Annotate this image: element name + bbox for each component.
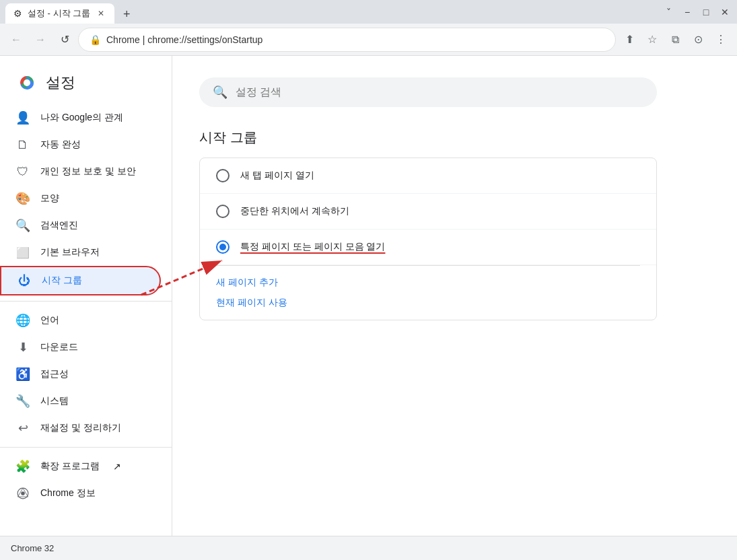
tab-close-button[interactable]: ✕ (96, 8, 106, 19)
close-button[interactable]: ✕ (718, 5, 732, 19)
sidebar-item-label: 나와 Google의 관계 (40, 112, 123, 124)
refresh-icon: ↺ (61, 33, 69, 46)
download-icon: ⬇ (16, 341, 30, 354)
address-security-icon: 🔒 (90, 34, 101, 45)
minimize-button[interactable]: − (680, 5, 694, 19)
sidebar-item-default-browser[interactable]: ⬜ 기본 브라우저 (0, 239, 161, 266)
sidebar: 설정 👤 나와 Google의 관계 🗋 자동 완성 🛡 개인 정보 보호 및 … (0, 56, 172, 560)
main-layout: 설정 👤 나와 Google의 관계 🗋 자동 완성 🛡 개인 정보 보호 및 … (0, 56, 737, 560)
option-row-continue[interactable]: 중단한 위치에서 계속하기 (200, 194, 656, 230)
radio-specific-pages[interactable] (216, 240, 230, 254)
refresh-button[interactable]: ↺ (54, 29, 75, 50)
palette-icon: 🎨 (16, 192, 30, 205)
share-icon: ⬆ (625, 33, 634, 46)
add-page-link[interactable]: 새 페이지 추가 (216, 277, 640, 289)
sidebar-item-reset[interactable]: ↩ 재설정 및 정리하기 (0, 415, 161, 442)
radio-new-tab[interactable] (216, 169, 230, 182)
sidebar-item-system[interactable]: 🔧 시스템 (0, 388, 161, 415)
back-button[interactable]: ← (5, 29, 27, 50)
sidebar-item-chrome-info[interactable]: Chrome 정보 (0, 480, 161, 507)
tab-search-icon: ⧉ (672, 34, 679, 46)
address-text: Chrome | chrome://settings/onStartup (106, 34, 604, 45)
svg-point-5 (21, 491, 25, 495)
sidebar-item-search-engine[interactable]: 🔍 검색엔진 (0, 212, 161, 239)
power-icon: ⏻ (17, 274, 31, 287)
sidebar-divider-2 (0, 447, 172, 448)
sidebar-item-downloads[interactable]: ⬇ 다운로드 (0, 334, 161, 361)
action-links: 새 페이지 추가 현재 페이지 사용 (200, 266, 656, 320)
profile-button[interactable]: ⊙ (687, 29, 709, 50)
sidebar-item-label: 시작 그룹 (42, 275, 82, 287)
sidebar-item-appearance[interactable]: 🎨 모양 (0, 185, 161, 212)
option-row-new-tab[interactable]: 새 탭 페이지 열기 (200, 158, 656, 194)
search-icon: 🔍 (16, 219, 30, 232)
sidebar-item-label: 개인 정보 보호 및 보안 (40, 166, 136, 178)
external-link-icon: ↗ (113, 461, 121, 472)
sidebar-item-extensions[interactable]: 🧩 확장 프로그램 ↗ (0, 453, 161, 480)
chrome-logo (16, 72, 38, 94)
section-title: 시작 그룹 (199, 129, 710, 147)
sidebar-item-label: 모양 (40, 193, 59, 205)
chrome-info-icon (16, 487, 30, 500)
bookmark-icon: ☆ (647, 33, 657, 46)
profile-icon: ⊙ (694, 33, 703, 46)
accessibility-icon: ♿ (16, 368, 30, 381)
bottom-bar-text: Chrome 32 (11, 543, 54, 553)
sidebar-item-label: 재설정 및 정리하기 (40, 422, 121, 434)
browser-toolbar: ← → ↺ 🔒 Chrome | chrome://settings/onSta… (0, 24, 737, 56)
sidebar-header: 설정 (0, 67, 172, 104)
sidebar-item-language[interactable]: 🌐 언어 (0, 307, 161, 334)
sidebar-divider-1 (0, 301, 172, 302)
reset-icon: ↩ (16, 421, 30, 435)
tab-strip: ⚙ 설정 - 시작 그룹 ✕ + (5, 0, 136, 24)
sidebar-item-google-relation[interactable]: 👤 나와 Google의 관계 (0, 104, 161, 131)
sidebar-item-label: 기본 브라우저 (40, 246, 100, 258)
forward-button[interactable]: → (30, 29, 51, 50)
maximize-button[interactable]: □ (699, 5, 713, 19)
tab-title: 설정 - 시작 그룹 (28, 7, 90, 20)
option-label-specific-pages: 특정 페이지 또는 페이지 모음 열기 (240, 241, 385, 253)
tab-search-button[interactable]: ⧉ (664, 29, 686, 50)
globe-icon: 🌐 (16, 314, 30, 327)
sidebar-item-label: 검색엔진 (40, 219, 78, 232)
sidebar-item-autofill[interactable]: 🗋 자동 완성 (0, 131, 161, 158)
search-input[interactable] (236, 86, 643, 98)
share-button[interactable]: ⬆ (619, 29, 640, 50)
search-bar[interactable]: 🔍 (199, 77, 657, 107)
options-card: 새 탭 페이지 열기 중단한 위치에서 계속하기 특정 페이지 또는 페이지 모… (199, 158, 657, 320)
address-bar[interactable]: 🔒 Chrome | chrome://settings/onStartup (78, 28, 616, 52)
tab-favicon: ⚙ (13, 8, 22, 19)
sidebar-item-accessibility[interactable]: ♿ 접근성 (0, 361, 161, 388)
content-area: 🔍 시작 그룹 새 탭 페이지 열기 중단한 위치에서 계속하기 (172, 56, 737, 560)
sidebar-item-label: 다운로드 (40, 341, 78, 353)
sidebar-item-label: 시스템 (40, 395, 69, 407)
active-tab[interactable]: ⚙ 설정 - 시작 그룹 ✕ (5, 3, 114, 24)
option-row-specific-pages[interactable]: 특정 페이지 또는 페이지 모음 열기 (200, 230, 656, 265)
back-icon: ← (11, 34, 22, 46)
sidebar-item-label: 자동 완성 (40, 139, 81, 151)
new-tab-button[interactable]: + (117, 5, 136, 24)
use-current-link[interactable]: 현재 페이지 사용 (216, 297, 640, 309)
browser-icon: ⬜ (16, 246, 30, 259)
toolbar-actions: ⬆ ☆ ⧉ ⊙ ⋮ (619, 29, 732, 50)
wrench-icon: 🔧 (16, 394, 30, 408)
option-label-new-tab: 새 탭 페이지 열기 (240, 170, 314, 182)
sidebar-item-label: 접근성 (40, 368, 69, 380)
chevron-down-icon[interactable]: ˅ (662, 5, 675, 19)
radio-inner (219, 244, 226, 250)
bottom-bar: Chrome 32 (0, 536, 737, 560)
menu-button[interactable]: ⋮ (710, 29, 732, 50)
option-label-continue: 중단한 위치에서 계속하기 (240, 205, 349, 217)
sidebar-item-privacy[interactable]: 🛡 개인 정보 보호 및 보안 (0, 158, 161, 185)
titlebar: ⚙ 설정 - 시작 그룹 ✕ + ˅ − □ ✕ (0, 0, 737, 24)
search-icon: 🔍 (213, 85, 227, 100)
bookmark-button[interactable]: ☆ (641, 29, 663, 50)
autofill-icon: 🗋 (16, 138, 30, 151)
radio-continue[interactable] (216, 205, 230, 218)
menu-icon: ⋮ (715, 33, 726, 46)
sidebar-item-label: 언어 (40, 314, 59, 326)
shield-icon: 🛡 (16, 165, 30, 178)
forward-icon: → (35, 34, 46, 46)
sidebar-item-on-startup[interactable]: ⏻ 시작 그룹 (0, 266, 161, 295)
window-controls: ˅ − □ ✕ (662, 5, 732, 19)
